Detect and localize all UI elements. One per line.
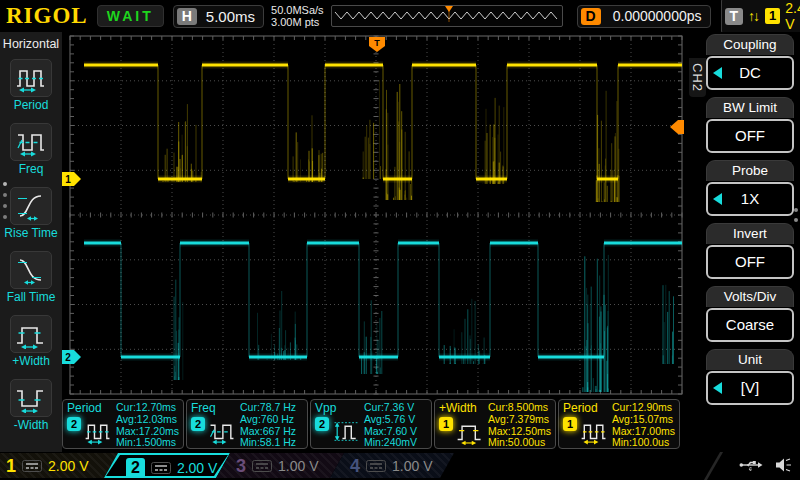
sidebar-item-plus-width[interactable]: +Width (0, 307, 62, 371)
left-triangle-icon (713, 382, 722, 394)
meas-channel-badge: 2 (67, 417, 81, 431)
ch1-offset-marker[interactable]: 1 (62, 172, 81, 186)
measurement-4--width-ch1[interactable]: +Width 1 Cur:8.500msAvg:7.379msMax:12.50… (434, 399, 556, 449)
delay-value: 0.00000000ps (613, 8, 702, 24)
channel-number: 1 (6, 455, 16, 477)
dc-coupling-icon (366, 460, 386, 472)
menu-value-coupling[interactable]: DC (706, 56, 794, 90)
speaker-icon (774, 457, 792, 477)
delay-offset-control[interactable]: D 0.00000000ps (577, 5, 711, 28)
menu-item-unit[interactable]: Unit [V] (706, 349, 794, 405)
meas-name: Period (563, 401, 598, 415)
sample-rate: 50.0MSa/s (271, 4, 324, 16)
menu-value-text: Coarse (726, 316, 774, 333)
meas-name: Vpp (315, 401, 336, 415)
channel-status-bar: 1 2.00 V 2 2.00 V 3 1.00 V 4 1.00 V (0, 452, 800, 480)
acquisition-info: 50.0MSa/s 3.00M pts (271, 4, 324, 28)
measurement-1-period-ch2[interactable]: Period 2 Cur:12.70msAvg:12.03msMax:17.20… (62, 399, 184, 449)
trigger-badge: T (725, 8, 744, 25)
channel-3-block[interactable]: 3 1.00 V (216, 453, 344, 478)
trigger-level-marker[interactable] (670, 120, 684, 134)
menu-value-invert[interactable]: OFF (706, 245, 794, 279)
meas-channel-badge: 2 (315, 417, 329, 431)
channel-2-block[interactable]: 2 2.00 V (104, 453, 230, 478)
top-bar: RIGOL WAIT H 5.00ms 50.0MSa/s 3.00M pts … (0, 0, 800, 32)
period-icon (83, 418, 113, 449)
sidebar-item-minus-width[interactable]: -Width (0, 371, 62, 435)
menu-value-text: OFF (735, 127, 765, 144)
menu-item-invert[interactable]: Invert OFF (706, 223, 794, 279)
channel-1-block[interactable]: 1 2.00 V (0, 453, 118, 478)
freq-icon (10, 123, 52, 161)
meas-line: Avg:760 Hz (240, 414, 296, 426)
dc-coupling-icon (151, 462, 171, 474)
dc-coupling-icon (22, 460, 42, 472)
meas-line: Avg:5.76 V (364, 414, 417, 426)
meas-name: Period (67, 401, 102, 415)
channel-menu-sidebar: CH2 Coupling DC BW Limit OFF Probe 1X In… (690, 32, 800, 452)
menu-item-volts-div[interactable]: Volts/Div Coarse (706, 286, 794, 342)
menu-label-invert: Invert (706, 223, 794, 244)
svg-text:1: 1 (65, 174, 71, 185)
menu-value-text: [V] (741, 379, 759, 396)
left-triangle-icon (713, 67, 722, 79)
meas-channel-badge: 1 (439, 417, 453, 431)
measurement-2-freq-ch2[interactable]: Freq 2 Cur:78.7 HzAvg:760 HzMax:667 HzMi… (186, 399, 308, 449)
usb-icon (738, 458, 764, 476)
preview-waveform (332, 6, 562, 24)
vpp-icon (331, 418, 361, 449)
sidebar-item-freq[interactable]: Freq (0, 115, 62, 179)
menu-item-bw-limit[interactable]: BW Limit OFF (706, 97, 794, 153)
meas-values: Cur:12.70msAvg:12.03msMax:17.20msMin:1.5… (116, 402, 179, 449)
menu-value-text: DC (739, 64, 761, 81)
sidebar-item-fall-time[interactable]: Fall Time (0, 243, 62, 307)
meas-channel-badge: 1 (563, 417, 577, 431)
channel-4-block[interactable]: 4 1.00 V (330, 453, 454, 478)
ch2-offset-marker[interactable]: 2 (62, 350, 81, 364)
meas-line: Min:240mV (364, 437, 417, 449)
preview-trigger-marker (445, 6, 453, 12)
meas-values: Cur:7.36 VAvg:5.76 VMax:7.60 VMin:240mV (364, 402, 417, 449)
meas-values: Cur:78.7 HzAvg:760 HzMax:667 HzMin:58.1 … (240, 402, 296, 449)
horizontal-scale-control[interactable]: H 5.00ms (173, 5, 264, 28)
channel-scale: 2.00 V (177, 460, 217, 476)
meas-line: Min:100.0us (612, 437, 675, 449)
meas-line: Avg:12.03ms (116, 414, 179, 426)
period-icon (579, 418, 609, 449)
measurement-5-period-ch1[interactable]: Period 1 Cur:12.90msAvg:15.07msMax:17.00… (558, 399, 680, 449)
sidebar-item-label: +Width (0, 354, 62, 368)
sidebar-item-rise-time[interactable]: Rise Time (0, 179, 62, 243)
menu-label-volts-div: Volts/Div (706, 286, 794, 307)
channel-scale: 2.00 V (48, 458, 88, 474)
trigger-source-badge: 1 (765, 8, 780, 24)
meas-line: Min:58.1 Hz (240, 437, 296, 449)
svg-text:2: 2 (65, 352, 71, 363)
menu-label-bw-limit: BW Limit (706, 97, 794, 118)
trigger-info-control[interactable]: T ↑↓ 1 2.48 V (721, 0, 800, 35)
trigger-level-value: 2.48 V (785, 0, 800, 32)
waveform-display[interactable]: 1 2 T (62, 32, 690, 398)
svg-text:T: T (374, 38, 380, 48)
menu-value-volts-div[interactable]: Coarse (706, 308, 794, 342)
period-icon (10, 59, 52, 97)
menu-value-bw-limit[interactable]: OFF (706, 119, 794, 153)
menu-label-coupling: Coupling (706, 34, 794, 55)
trace (84, 243, 690, 392)
channel-scale: 1.00 V (278, 458, 318, 474)
menu-value-text: OFF (735, 253, 765, 270)
sidebar-item-period[interactable]: Period (0, 51, 62, 115)
plus-width-icon (10, 315, 52, 353)
measure-sidebar: Horizontal Period Freq Rise Time Fall Ti… (0, 32, 62, 452)
waveform-preview-bar[interactable] (331, 5, 563, 27)
menu-label-unit: Unit (706, 349, 794, 370)
trigger-position-marker[interactable]: T (369, 37, 385, 52)
menu-item-coupling[interactable]: Coupling DC (706, 34, 794, 90)
menu-value-unit[interactable]: [V] (706, 371, 794, 405)
rigol-logo: RIGOL (6, 3, 88, 29)
measurement-3-vpp-ch2[interactable]: Vpp 2 Cur:7.36 VAvg:5.76 VMax:7.60 VMin:… (310, 399, 432, 449)
menu-item-probe[interactable]: Probe 1X (706, 160, 794, 216)
menu-value-probe[interactable]: 1X (706, 182, 794, 216)
menu-label-probe: Probe (706, 160, 794, 181)
meas-values: Cur:12.90msAvg:15.07msMax:17.00msMin:100… (612, 402, 675, 449)
sidebar-item-label: Period (0, 98, 62, 112)
